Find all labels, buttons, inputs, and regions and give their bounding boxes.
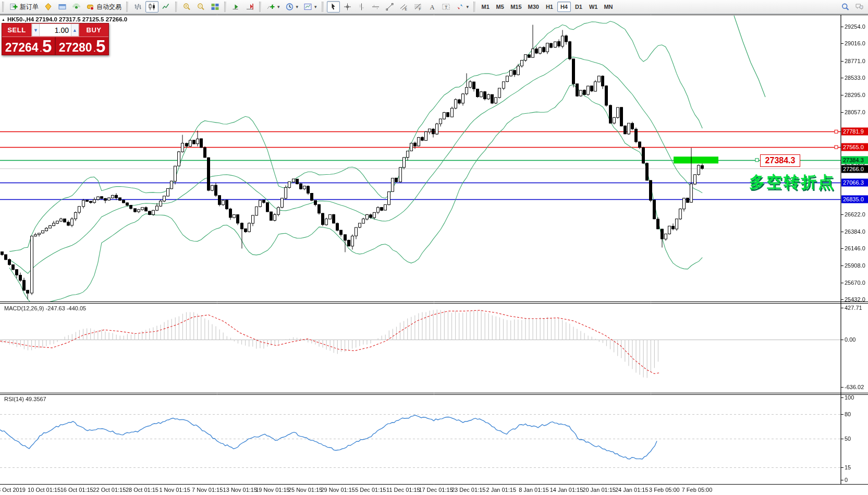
candlestick-mode-button[interactable] [145,1,158,13]
time-axis-label: 8 Oct 2019 [0,487,26,493]
auto-scroll-icon [231,3,240,11]
vertical-line-button[interactable] [355,1,368,13]
price-level-callout[interactable]: 27384.3 [760,154,800,167]
time-axis-label: 25 Nov 01:15 [288,487,322,493]
time-axis-label: 13 Nov 01:15 [223,487,257,493]
new-order-button[interactable]: 新订单 [7,1,41,13]
price-axis-tick-label: 28771.0 [845,58,865,64]
volume-increase-button[interactable]: ▲ [71,24,79,36]
timeframe-mn-button[interactable]: MN [601,2,615,12]
timeframe-m30-button[interactable]: M30 [525,2,542,12]
search-icon[interactable] [841,3,850,11]
toolbar-separator [259,2,262,12]
zoom-out-icon [197,3,205,11]
time-axis-label: 3 Feb 05:00 [649,487,680,493]
dropdown-caret-icon[interactable]: ▾ [467,4,469,9]
periods-button[interactable]: ▾ [283,1,301,13]
toolbar-separator [126,2,129,12]
one-click-trading-panel: SELL ▼ ▲ BUY 27264 . 5 27280 . 5 [2,23,109,55]
trade-panel-prices: 27264 . 5 27280 . 5 [2,37,108,55]
zoom-in-button[interactable] [180,1,193,13]
line-chart-mode-icon [162,3,170,11]
crosshair-button[interactable] [341,1,354,13]
tile-windows-button[interactable] [209,1,222,13]
dropdown-caret-icon[interactable]: ▾ [296,4,299,9]
fibonacci-button[interactable]: F [411,1,424,13]
price-axis-tick-label: 25670.0 [845,280,865,286]
sell-price[interactable]: 27264 . 5 [2,37,56,55]
new-order-label: 新订单 [20,3,39,11]
trendline-icon [385,3,394,11]
indicators-icon [266,3,275,11]
collapse-arrow-icon[interactable]: ▲ [2,18,5,21]
chart-title: HK50-,H4 27194.0 27317.5 27125.5 27266.0 [7,16,127,22]
price-axis-tick-label: 25908.0 [845,262,865,269]
time-axis-label: 11 Dec 01:15 [386,487,420,493]
rsi-value: 49.3567 [26,396,46,402]
auto-scroll-button[interactable] [229,1,242,13]
time-axis-label: 29 Nov 01:15 [321,487,354,493]
buy-price[interactable]: 27280 . 5 [56,37,108,55]
volume-input[interactable] [40,24,71,36]
timeframe-h4-button[interactable]: H4 [557,2,571,12]
timeframe-m5-button[interactable]: M5 [493,2,507,12]
chart-canvas[interactable] [0,0,868,495]
chart-shift-button[interactable] [243,1,256,13]
time-axis-label: 16 Oct 01:15 [60,487,93,493]
fibonacci-icon: F [413,3,422,11]
timeframe-m1-button[interactable]: M1 [479,2,492,12]
cn-annotation-text[interactable]: 多空转折点 [749,172,835,193]
timeframe-w1-button[interactable]: W1 [586,2,601,12]
zoom-out-button[interactable] [194,1,207,13]
price-axis-tick-label: 28295.0 [845,92,865,98]
time-axis-label: 14 Jan 01:15 [550,487,583,493]
line-chart-mode-button[interactable] [160,1,173,13]
toolbar-grip [2,2,5,12]
cursor-button[interactable] [327,1,340,13]
auto-trading-icon [86,3,95,11]
signals-icon [72,3,81,11]
dropdown-caret-icon[interactable]: ▾ [277,4,280,9]
timeframe-m15-button[interactable]: M15 [508,2,524,12]
price-level-badge: 27781.9 [841,128,868,136]
text-button[interactable]: A [425,1,438,13]
price-axis-tick-label: 29254.0 [845,23,865,30]
market-watch-button[interactable] [42,1,55,13]
price-axis-tick-label: 26622.0 [845,211,865,218]
arrow-objects-button[interactable]: ▾ [454,1,471,13]
time-axis-label: 22 Oct 01:15 [93,487,126,493]
templates-button[interactable]: ▾ [301,1,319,13]
time-axis-label: 7 Nov 01:15 [192,487,223,493]
trendline-button[interactable] [383,1,396,13]
text-label-button[interactable]: T [439,1,453,13]
price-axis-tick-label: 28057.0 [845,109,865,115]
time-axis-label: 10 Oct 01:15 [28,487,60,493]
timeframe-h1-button[interactable]: H1 [543,2,556,12]
bar-chart-mode-button[interactable] [131,1,144,13]
toolbar-separator [322,2,324,12]
toolbar-separator [175,2,178,12]
toolbar: 新订单自动交易▾▾▾EFAT▾ M1M5M15M30H1H4D1W1MN [0,0,868,14]
chat-icon[interactable] [855,3,864,11]
indicators-button[interactable]: ▾ [264,1,282,13]
price-axis-tick-label: 29016.0 [845,40,865,46]
navigator-button[interactable] [56,1,69,13]
horizontal-line-button[interactable] [369,1,382,13]
rsi-axis-tick-label: 80 [845,411,851,417]
text-icon: A [427,3,436,11]
buy-button[interactable]: BUY [79,23,108,37]
signals-button[interactable] [70,1,83,13]
dropdown-caret-icon[interactable]: ▾ [314,4,317,9]
equidistant-channel-button[interactable]: E [397,1,410,13]
auto-trading-button[interactable]: 自动交易 [84,1,124,13]
timeframe-d1-button[interactable]: D1 [572,2,585,12]
volume-decrease-button[interactable]: ▼ [32,24,40,36]
svg-text:T: T [445,5,448,10]
price-axis-tick-label: 25432.0 [845,296,865,303]
sell-button[interactable]: SELL [2,23,31,37]
price-axis-tick-label: 28533.0 [845,75,865,81]
current-price-badge: 27266.0 [841,165,868,173]
rsi-axis-tick-label: 0 [845,477,848,483]
mt4-terminal-window: 新订单自动交易▾▾▾EFAT▾ M1M5M15M30H1H4D1W1MN ▲ H… [0,0,868,495]
svg-text:F: F [419,7,421,11]
